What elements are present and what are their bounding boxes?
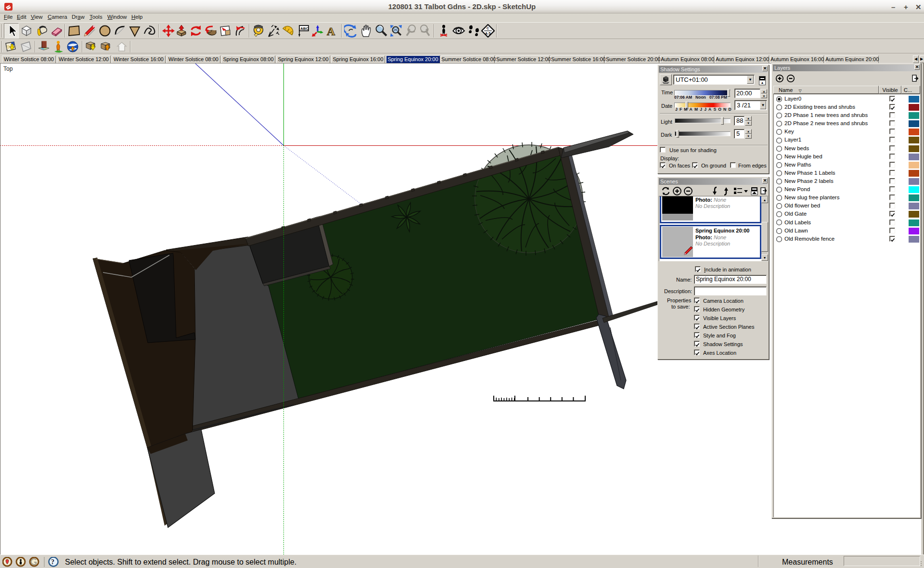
- svg-text:ABC: ABC: [300, 26, 309, 31]
- svg-text:C: C: [487, 26, 489, 30]
- svg-text:A-5: A-5: [485, 32, 490, 35]
- svg-text:?: ?: [51, 558, 54, 566]
- svg-text:A: A: [327, 25, 335, 38]
